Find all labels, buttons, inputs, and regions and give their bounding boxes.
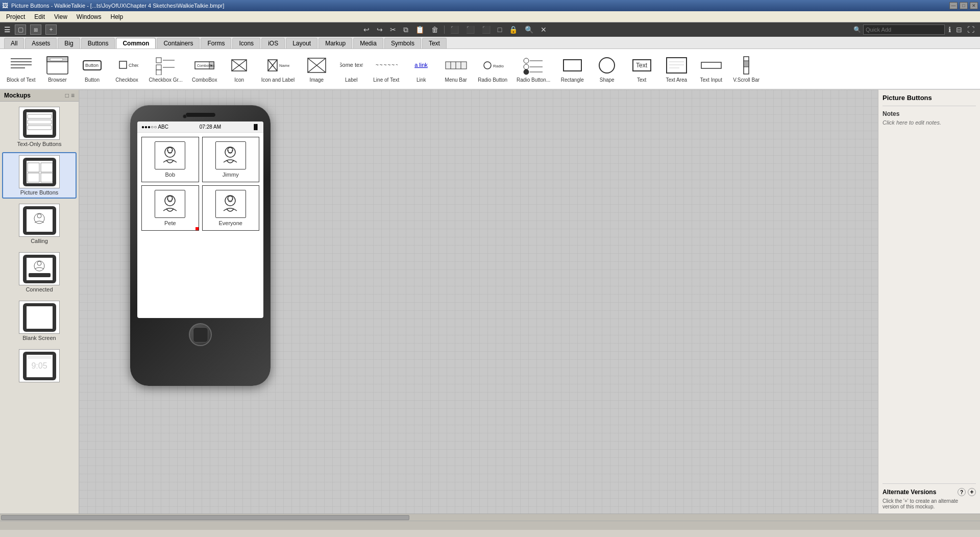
comp-link[interactable]: a link Link [406,54,436,84]
svg-point-84 [167,150,168,151]
mockup-item-connected[interactable]: Connected [2,249,77,296]
comp-browser[interactable]: Browser [42,54,73,84]
comp-checkbox[interactable]: Checkbox Checkbox [112,54,142,84]
comp-checkbox-group[interactable]: Checkbox Gr... [146,54,185,84]
comp-combobox[interactable]: ComboBox ▾ ComboBox [189,54,220,84]
phone-home-button[interactable] [189,323,212,346]
alt-versions-help-btn[interactable]: ? [958,488,966,496]
tab-layout[interactable]: Layout [286,38,317,48]
align-center-btn[interactable]: ⬛ [464,25,476,35]
delete-btn[interactable]: 🗑 [430,25,440,35]
fullscreen-btn[interactable]: ⛶ [966,25,976,35]
menu-project[interactable]: Project [2,12,29,21]
comp-radio-button[interactable]: Radio Button Radio Button [475,54,510,84]
title-bar-controls[interactable]: — □ ✕ [949,2,978,9]
comp-label[interactable]: Some text Label [336,54,366,84]
svg-text:Name: Name [279,63,289,68]
tab-symbols[interactable]: Symbols [384,38,421,48]
tab-buttons[interactable]: Buttons [81,38,115,48]
canvas-scrollbar-thumb[interactable] [1,515,409,520]
mockup-name-calling: Calling [31,238,48,244]
redo-btn[interactable]: ↪ [375,25,384,35]
phone-speaker [185,112,216,117]
tab-ios[interactable]: iOS [261,38,285,48]
comp-label-label: Label [345,77,357,83]
align-left-btn[interactable]: ⬛ [449,25,460,35]
mockup-item-text-only-buttons[interactable]: Text-Only Buttons [2,104,77,150]
canvas-area[interactable]: ●●●○○ ABC 07:28 AM ▐▌ [79,90,878,514]
close-canvas-btn[interactable]: ✕ [539,25,548,35]
comp-shape[interactable]: Shape [592,54,622,84]
contact-bob[interactable]: Bob [141,137,199,182]
tab-icons[interactable]: Icons [232,38,260,48]
tab-media[interactable]: Media [353,38,383,48]
tab-markup[interactable]: Markup [318,38,352,48]
svg-text:Button: Button [85,63,99,68]
alt-versions-add-btn[interactable]: + [968,488,976,496]
contact-jimmy[interactable]: Jimmy [202,137,260,182]
comp-vscroll-bar[interactable]: V.Scroll Bar [730,54,762,84]
comp-text-area[interactable]: Text Area [661,54,692,84]
minimize-button[interactable]: — [949,2,958,9]
mockup-item-blank-screen[interactable]: Blank Screen [2,298,77,344]
comp-line-of-text[interactable]: ~~~~~~~~ Line of Text [371,54,402,84]
tab-assets[interactable]: Assets [25,38,57,48]
comp-icon[interactable]: Icon [224,54,255,84]
view-single-btn[interactable]: ▢ [15,25,26,35]
search-icon: 🔍 [853,26,861,33]
align-right-btn[interactable]: ⬛ [480,25,492,35]
menu-windows[interactable]: Windows [72,12,106,21]
mockup-item-extra[interactable]: 9:05 [2,346,77,386]
lock-btn[interactable]: 🔒 [507,25,519,35]
svg-point-46 [599,58,615,73]
tab-containers[interactable]: Containers [157,38,200,48]
comp-text[interactable]: Text Text [626,54,657,84]
quick-add-input[interactable] [863,25,945,35]
tab-text[interactable]: Text [422,38,447,48]
copy-btn[interactable]: ⧉ [402,25,410,35]
comp-radio-button-label: Radio Button [478,77,507,83]
comp-rectangle[interactable]: Rectangle [557,54,587,84]
svg-rect-59 [28,120,52,124]
comp-radio-button-group[interactable]: Radio Button... [514,54,553,84]
phone-outer: ●●●○○ ABC 07:28 AM ▐▌ [130,105,271,386]
phone-home-inner [193,327,208,343]
contact-everyone[interactable]: Everyone [202,185,260,231]
quick-add-area: 🔍 ℹ ⊟ ⛶ [853,25,976,35]
mockups-title: Mockups [4,92,31,99]
comp-block-of-text[interactable]: Block of Text [4,54,38,84]
view-grid-btn[interactable]: ⊞ [30,25,41,35]
info-btn[interactable]: ℹ [947,25,952,35]
svg-text:9:05: 9:05 [31,361,47,370]
tab-big[interactable]: Big [58,38,80,48]
comp-text-input[interactable]: Text Input [696,54,726,84]
contact-pete[interactable]: Pete [141,185,199,231]
group-btn[interactable]: □ [496,25,503,35]
mockup-item-calling[interactable]: Calling [2,201,77,247]
comp-button[interactable]: Button Button [77,54,108,84]
layout-btn[interactable]: ⊟ [954,25,964,35]
canvas-scrollbar[interactable] [0,514,980,521]
menu-view[interactable]: View [50,12,71,21]
undo-btn[interactable]: ↩ [362,25,371,35]
mockups-controls: □ ≡ [65,92,75,99]
close-button[interactable]: ✕ [970,2,978,9]
menu-help[interactable]: Help [107,12,128,21]
mockup-item-picture-buttons[interactable]: Picture Buttons [2,152,77,199]
comp-icon-and-label[interactable]: Name Icon and Label [259,54,298,84]
cut-btn[interactable]: ✂ [388,25,398,35]
maximize-button[interactable]: □ [960,2,968,9]
comp-image[interactable]: Image [301,54,332,84]
mockups-toggle-btn[interactable]: □ [65,92,69,99]
tab-common[interactable]: Common [116,38,156,48]
add-mockup-btn[interactable]: + [45,25,57,35]
menu-edit[interactable]: Edit [30,12,49,21]
comp-menu-bar[interactable]: Menu Bar [440,54,471,84]
mockup-thumb-calling [19,204,60,237]
tab-forms[interactable]: Forms [201,38,231,48]
paste-btn[interactable]: 📋 [414,25,426,35]
notes-content[interactable]: Click here to edit notes. [883,119,976,126]
search-btn[interactable]: 🔍 [523,25,535,35]
mockups-menu-btn[interactable]: ≡ [71,92,75,99]
tab-all[interactable]: All [4,38,24,48]
